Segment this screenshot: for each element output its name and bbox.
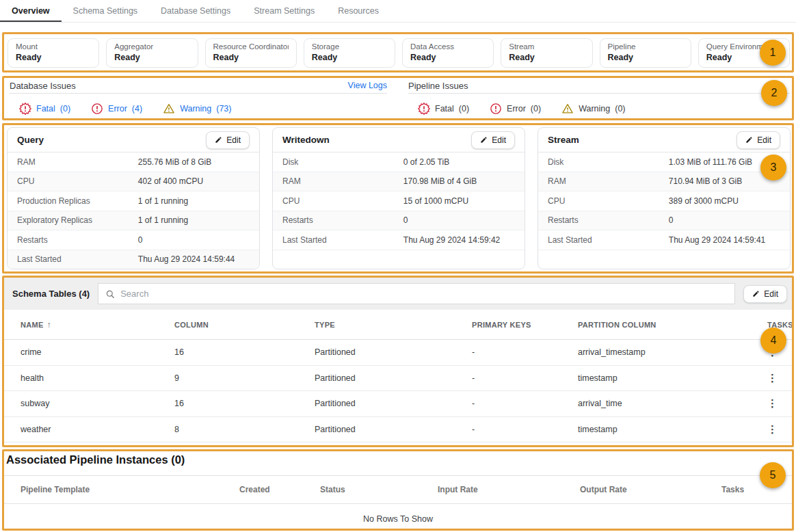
stat-label: Last Started [282, 235, 403, 245]
column-header-type[interactable]: TYPE [315, 321, 472, 329]
status-label: Data Access [410, 42, 486, 51]
card-title: Query [17, 135, 44, 145]
empty-state-text: No Rows To Show [2, 514, 794, 524]
cell-partition-column: arrival_time [578, 399, 767, 408]
stat-label: CPU [548, 196, 669, 206]
column-header-tasks: TASKS [767, 321, 793, 329]
pipeline-warning-chip[interactable]: Warning (0) [561, 103, 625, 115]
database-error-chip[interactable]: Error (4) [91, 103, 142, 115]
stat-label: Production Replicas [17, 196, 138, 206]
issue-count: (73) [216, 104, 231, 114]
cell-name: subway [21, 399, 174, 408]
status-label: Resource Coordinator [213, 42, 289, 51]
issue-label: Fatal [435, 104, 454, 114]
tab-stream-settings[interactable]: Stream Settings [242, 0, 326, 22]
tab-bar: Overview Schema Settings Database Settin… [0, 0, 796, 23]
writedown-edit-button[interactable]: Edit [471, 131, 515, 149]
query-edit-button[interactable]: Edit [206, 131, 250, 149]
cell-column: 8 [174, 425, 315, 434]
status-card-pipeline: Pipeline Ready [600, 38, 691, 68]
stat-row: CPU 15 of 1000 mCPU [273, 191, 525, 211]
pipeline-instances-title: Associated Pipeline Instances (0) [6, 453, 185, 466]
cell-type: Partitioned [315, 399, 472, 408]
column-header-primary-keys[interactable]: PRIMARY KEYS [472, 321, 578, 329]
tab-overview[interactable]: Overview [0, 0, 62, 22]
row-tasks-menu-icon[interactable] [767, 346, 790, 358]
stat-row: CPU 389 of 3000 mCPU [538, 191, 790, 211]
stat-value: 1 of 1 running [138, 215, 188, 225]
stat-value: 1.03 MiB of 111.76 GiB [669, 157, 752, 167]
database-issue-chips: Fatal (0) Error (4) Warning (73) [10, 103, 387, 115]
schema-search-input[interactable] [120, 289, 728, 299]
schema-edit-button[interactable]: Edit [743, 285, 787, 303]
status-label: Pipeline [608, 42, 683, 51]
view-logs-link[interactable]: View Logs [348, 81, 387, 90]
stat-row: Restarts 0 [538, 211, 790, 231]
row-tasks-menu-icon[interactable] [767, 372, 790, 384]
issue-label: Error [108, 104, 127, 114]
database-issues-title: Database Issues [10, 81, 76, 91]
stat-value: 255.76 MiB of 8 GiB [138, 157, 211, 167]
pencil-icon [752, 290, 760, 297]
column-header-partition-column[interactable]: PARTITION COLUMN [578, 321, 767, 329]
schema-tables-title: Schema Tables (4) [9, 289, 90, 299]
column-header-tasks: Tasks [721, 485, 794, 494]
table-row-subway[interactable]: subway 16 Partitioned - arrival_time [2, 391, 794, 417]
status-card-query-environment: Query Environment Ready [698, 38, 790, 68]
status-label: Mount [16, 42, 91, 51]
stat-label: RAM [282, 176, 403, 186]
tab-resources[interactable]: Resources [326, 0, 390, 22]
table-row-crime[interactable]: crime 16 Partitioned - arrival_timestamp [2, 340, 794, 366]
stat-value: 170.98 MiB of 4 GiB [403, 176, 477, 186]
writedown-card: Writedown Edit Disk 0 of 2.05 TiB RAM 17… [272, 127, 525, 269]
status-value: Ready [16, 53, 91, 62]
column-header-column[interactable]: COLUMN [174, 321, 315, 329]
cell-primary-keys: - [472, 373, 578, 383]
cell-name: crime [21, 347, 174, 357]
stat-row: Restarts 0 [8, 230, 259, 250]
cell-type: Partitioned [315, 373, 472, 383]
database-fatal-chip[interactable]: Fatal (0) [19, 103, 70, 115]
stat-value: 0 [138, 235, 143, 245]
status-card-aggregator: Aggregator Ready [106, 38, 198, 68]
stat-label: RAM [17, 157, 138, 167]
table-row-weather[interactable]: weather 8 Partitioned - timestamp [2, 417, 794, 443]
pencil-icon [480, 136, 488, 144]
column-header-name[interactable]: NAME ↑ [21, 320, 174, 330]
tab-database-settings[interactable]: Database Settings [149, 0, 242, 22]
cell-type: Partitioned [315, 347, 472, 357]
table-row-health[interactable]: health 9 Partitioned - timestamp [2, 366, 794, 392]
stat-value: 0 of 2.05 TiB [403, 157, 449, 167]
stream-edit-button[interactable]: Edit [737, 131, 780, 149]
stat-label: Last Started [17, 254, 138, 264]
pipeline-fatal-chip[interactable]: Fatal (0) [418, 103, 469, 115]
stat-value: 0 [403, 215, 408, 225]
issue-count: (0) [60, 104, 70, 114]
stat-value: Thu Aug 29 2024 14:59:41 [669, 235, 765, 245]
stat-value: 402 of 400 mCPU [138, 176, 203, 186]
column-header-pipeline-template: Pipeline Template [21, 485, 239, 494]
database-warning-chip[interactable]: Warning (73) [163, 103, 231, 115]
row-tasks-menu-icon[interactable] [767, 423, 790, 436]
stat-value: 15 of 1000 mCPU [403, 196, 468, 206]
error-icon [490, 103, 502, 115]
status-label: Storage [312, 42, 387, 51]
database-issues-header: Database Issues View Logs [10, 78, 387, 94]
stat-row: Exploratory Replicas 1 of 1 running [8, 211, 259, 231]
schema-tables-toolbar: Schema Tables (4) Edit [2, 278, 794, 310]
pipeline-instances-header: Pipeline Template Created Status Input R… [2, 475, 794, 504]
stat-label: Restarts [17, 235, 138, 245]
card-title: Writedown [282, 135, 330, 145]
search-icon [105, 289, 115, 299]
sort-ascending-icon: ↑ [47, 320, 51, 330]
tab-schema-settings[interactable]: Schema Settings [62, 0, 150, 22]
component-status-bar: Mount Ready Aggregator Ready Resource Co… [8, 38, 790, 68]
issue-label: Warning [579, 104, 610, 114]
stat-row: RAM 710.94 MiB of 3 GiB [538, 172, 790, 192]
issue-count: (0) [459, 104, 469, 114]
column-header-status: Status [320, 485, 438, 494]
row-tasks-menu-icon[interactable] [767, 397, 790, 410]
status-value: Ready [114, 53, 189, 62]
pipeline-error-chip[interactable]: Error (0) [490, 103, 541, 115]
schema-search-box[interactable] [98, 283, 735, 304]
